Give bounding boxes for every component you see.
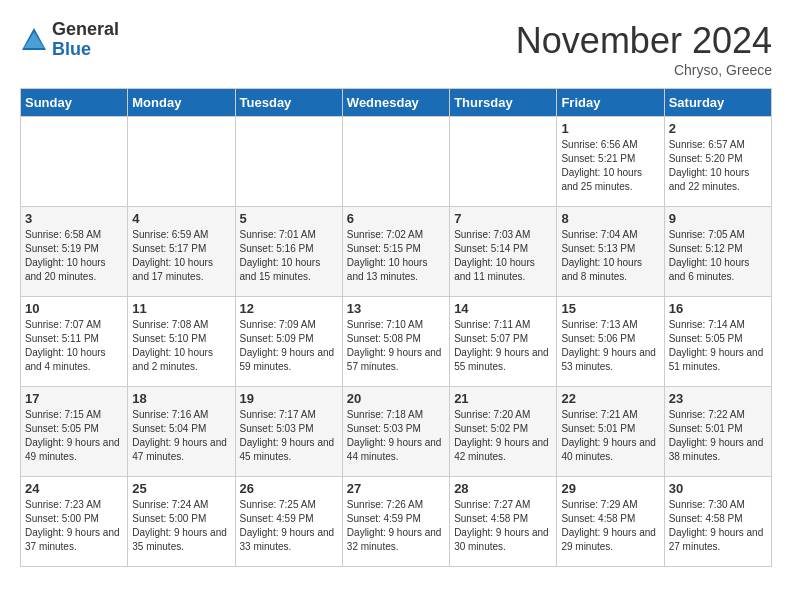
page-header: General Blue November 2024 Chryso, Greec… [20,20,772,78]
day-number: 21 [454,391,552,406]
day-number: 2 [669,121,767,136]
day-number: 18 [132,391,230,406]
weekday-header: Friday [557,89,664,117]
day-number: 29 [561,481,659,496]
day-number: 28 [454,481,552,496]
day-info: Sunrise: 6:58 AM Sunset: 5:19 PM Dayligh… [25,228,123,284]
day-info: Sunrise: 7:15 AM Sunset: 5:05 PM Dayligh… [25,408,123,464]
logo-icon [20,26,48,54]
day-info: Sunrise: 7:09 AM Sunset: 5:09 PM Dayligh… [240,318,338,374]
day-number: 9 [669,211,767,226]
day-number: 13 [347,301,445,316]
calendar-week-row: 24Sunrise: 7:23 AM Sunset: 5:00 PM Dayli… [21,477,772,567]
day-info: Sunrise: 7:01 AM Sunset: 5:16 PM Dayligh… [240,228,338,284]
calendar-cell: 25Sunrise: 7:24 AM Sunset: 5:00 PM Dayli… [128,477,235,567]
weekday-header: Monday [128,89,235,117]
calendar-cell: 24Sunrise: 7:23 AM Sunset: 5:00 PM Dayli… [21,477,128,567]
calendar-cell: 9Sunrise: 7:05 AM Sunset: 5:12 PM Daylig… [664,207,771,297]
day-number: 24 [25,481,123,496]
weekday-header: Wednesday [342,89,449,117]
day-number: 25 [132,481,230,496]
weekday-header: Sunday [21,89,128,117]
day-number: 30 [669,481,767,496]
calendar-cell [342,117,449,207]
day-number: 10 [25,301,123,316]
calendar-week-row: 1Sunrise: 6:56 AM Sunset: 5:21 PM Daylig… [21,117,772,207]
day-info: Sunrise: 7:25 AM Sunset: 4:59 PM Dayligh… [240,498,338,554]
day-number: 20 [347,391,445,406]
day-number: 5 [240,211,338,226]
day-number: 26 [240,481,338,496]
day-info: Sunrise: 7:24 AM Sunset: 5:00 PM Dayligh… [132,498,230,554]
calendar-cell: 5Sunrise: 7:01 AM Sunset: 5:16 PM Daylig… [235,207,342,297]
day-number: 12 [240,301,338,316]
month-title: November 2024 [516,20,772,62]
calendar-cell: 16Sunrise: 7:14 AM Sunset: 5:05 PM Dayli… [664,297,771,387]
day-info: Sunrise: 7:17 AM Sunset: 5:03 PM Dayligh… [240,408,338,464]
day-number: 4 [132,211,230,226]
day-number: 27 [347,481,445,496]
day-info: Sunrise: 7:13 AM Sunset: 5:06 PM Dayligh… [561,318,659,374]
day-info: Sunrise: 6:56 AM Sunset: 5:21 PM Dayligh… [561,138,659,194]
calendar-week-row: 3Sunrise: 6:58 AM Sunset: 5:19 PM Daylig… [21,207,772,297]
calendar-cell: 15Sunrise: 7:13 AM Sunset: 5:06 PM Dayli… [557,297,664,387]
day-info: Sunrise: 7:07 AM Sunset: 5:11 PM Dayligh… [25,318,123,374]
day-number: 8 [561,211,659,226]
logo-text: General Blue [52,20,119,60]
calendar-week-row: 10Sunrise: 7:07 AM Sunset: 5:11 PM Dayli… [21,297,772,387]
location: Chryso, Greece [516,62,772,78]
day-info: Sunrise: 7:02 AM Sunset: 5:15 PM Dayligh… [347,228,445,284]
day-number: 6 [347,211,445,226]
day-info: Sunrise: 7:20 AM Sunset: 5:02 PM Dayligh… [454,408,552,464]
day-info: Sunrise: 6:57 AM Sunset: 5:20 PM Dayligh… [669,138,767,194]
day-info: Sunrise: 7:26 AM Sunset: 4:59 PM Dayligh… [347,498,445,554]
calendar-cell: 27Sunrise: 7:26 AM Sunset: 4:59 PM Dayli… [342,477,449,567]
day-number: 17 [25,391,123,406]
calendar-cell: 28Sunrise: 7:27 AM Sunset: 4:58 PM Dayli… [450,477,557,567]
day-number: 23 [669,391,767,406]
day-number: 7 [454,211,552,226]
calendar-cell [128,117,235,207]
day-info: Sunrise: 7:30 AM Sunset: 4:58 PM Dayligh… [669,498,767,554]
day-info: Sunrise: 7:04 AM Sunset: 5:13 PM Dayligh… [561,228,659,284]
calendar-cell: 10Sunrise: 7:07 AM Sunset: 5:11 PM Dayli… [21,297,128,387]
day-info: Sunrise: 7:11 AM Sunset: 5:07 PM Dayligh… [454,318,552,374]
calendar-cell: 22Sunrise: 7:21 AM Sunset: 5:01 PM Dayli… [557,387,664,477]
calendar-cell: 8Sunrise: 7:04 AM Sunset: 5:13 PM Daylig… [557,207,664,297]
calendar-cell: 20Sunrise: 7:18 AM Sunset: 5:03 PM Dayli… [342,387,449,477]
day-info: Sunrise: 7:21 AM Sunset: 5:01 PM Dayligh… [561,408,659,464]
day-number: 19 [240,391,338,406]
day-info: Sunrise: 7:16 AM Sunset: 5:04 PM Dayligh… [132,408,230,464]
day-info: Sunrise: 7:10 AM Sunset: 5:08 PM Dayligh… [347,318,445,374]
day-number: 22 [561,391,659,406]
day-info: Sunrise: 7:29 AM Sunset: 4:58 PM Dayligh… [561,498,659,554]
calendar-cell: 6Sunrise: 7:02 AM Sunset: 5:15 PM Daylig… [342,207,449,297]
day-number: 1 [561,121,659,136]
day-info: Sunrise: 7:18 AM Sunset: 5:03 PM Dayligh… [347,408,445,464]
calendar-cell: 17Sunrise: 7:15 AM Sunset: 5:05 PM Dayli… [21,387,128,477]
calendar-cell: 29Sunrise: 7:29 AM Sunset: 4:58 PM Dayli… [557,477,664,567]
weekday-header: Thursday [450,89,557,117]
calendar-cell: 2Sunrise: 6:57 AM Sunset: 5:20 PM Daylig… [664,117,771,207]
calendar-cell: 26Sunrise: 7:25 AM Sunset: 4:59 PM Dayli… [235,477,342,567]
day-info: Sunrise: 7:05 AM Sunset: 5:12 PM Dayligh… [669,228,767,284]
calendar-cell: 30Sunrise: 7:30 AM Sunset: 4:58 PM Dayli… [664,477,771,567]
calendar-cell: 13Sunrise: 7:10 AM Sunset: 5:08 PM Dayli… [342,297,449,387]
calendar-week-row: 17Sunrise: 7:15 AM Sunset: 5:05 PM Dayli… [21,387,772,477]
day-number: 14 [454,301,552,316]
svg-marker-1 [24,32,44,48]
day-info: Sunrise: 7:27 AM Sunset: 4:58 PM Dayligh… [454,498,552,554]
calendar-cell: 1Sunrise: 6:56 AM Sunset: 5:21 PM Daylig… [557,117,664,207]
weekday-header: Tuesday [235,89,342,117]
calendar-cell: 11Sunrise: 7:08 AM Sunset: 5:10 PM Dayli… [128,297,235,387]
calendar-cell: 3Sunrise: 6:58 AM Sunset: 5:19 PM Daylig… [21,207,128,297]
calendar-cell: 12Sunrise: 7:09 AM Sunset: 5:09 PM Dayli… [235,297,342,387]
calendar-cell: 7Sunrise: 7:03 AM Sunset: 5:14 PM Daylig… [450,207,557,297]
day-number: 11 [132,301,230,316]
calendar-cell: 19Sunrise: 7:17 AM Sunset: 5:03 PM Dayli… [235,387,342,477]
calendar-cell: 18Sunrise: 7:16 AM Sunset: 5:04 PM Dayli… [128,387,235,477]
calendar-cell [235,117,342,207]
day-info: Sunrise: 7:08 AM Sunset: 5:10 PM Dayligh… [132,318,230,374]
day-info: Sunrise: 7:14 AM Sunset: 5:05 PM Dayligh… [669,318,767,374]
calendar-cell: 23Sunrise: 7:22 AM Sunset: 5:01 PM Dayli… [664,387,771,477]
